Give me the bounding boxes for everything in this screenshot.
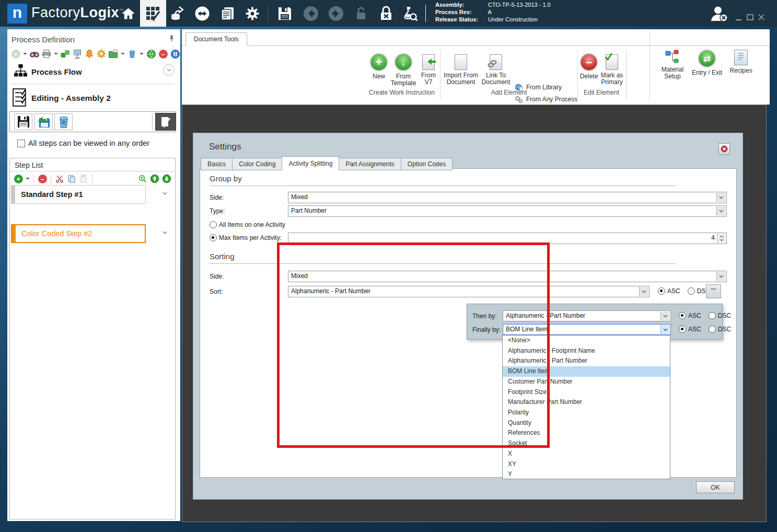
list-item[interactable]: Manufacturer Part Number [503, 397, 670, 408]
back-icon[interactable] [302, 5, 320, 22]
finally-by-select[interactable]: BOM Line Item [503, 324, 671, 335]
chevron-down-icon[interactable] [660, 311, 670, 320]
groupby-side-select[interactable]: Mixed [288, 192, 727, 203]
then-dsc-radio[interactable] [709, 312, 716, 319]
chevron-down-icon[interactable] [639, 287, 648, 296]
home-icon[interactable] [119, 5, 137, 22]
sort-dsc-radio[interactable] [688, 287, 695, 295]
settings-gear-icon[interactable] [243, 5, 261, 22]
trash-dropdown-icon[interactable] [140, 53, 144, 55]
chevron-down-icon[interactable] [660, 325, 670, 334]
groupby-type-select[interactable]: Part Number [288, 205, 727, 217]
list-item[interactable]: Customer Part Number [503, 377, 670, 387]
forward-icon[interactable] [327, 5, 345, 22]
list-item[interactable]: Alphanumeric - Part Number [503, 356, 670, 366]
find-binoculars-icon[interactable] [29, 49, 40, 59]
close-icon[interactable] [758, 14, 764, 20]
entry-exit-button[interactable]: ⇄ Entry / Exit [689, 50, 725, 76]
from-v7-button[interactable]: FromV7 [413, 53, 444, 86]
more-sort-options-button[interactable]: ... [706, 284, 721, 298]
list-item-selected[interactable]: BOM Line Item [503, 366, 670, 377]
then-asc-radio[interactable] [679, 312, 686, 319]
save-document-button[interactable] [14, 113, 32, 130]
copy-icon[interactable] [66, 174, 77, 184]
trash-icon[interactable] [127, 49, 137, 59]
globe-refresh-icon[interactable] [146, 49, 156, 59]
gear-icon[interactable] [96, 49, 107, 59]
tab-activity-splitting[interactable]: Activity Splitting [282, 156, 339, 170]
add-icon[interactable]: + [10, 49, 21, 59]
chevron-down-icon[interactable] [716, 272, 726, 281]
chevron-down-icon[interactable] [716, 206, 726, 216]
export-folder-icon[interactable] [108, 49, 119, 59]
move-down-icon[interactable] [161, 174, 172, 184]
list-item[interactable]: XY [503, 459, 670, 470]
bell-icon[interactable] [84, 49, 95, 59]
save-icon[interactable] [276, 5, 294, 22]
list-item[interactable]: Y [503, 469, 670, 479]
import-document-button[interactable] [34, 113, 53, 130]
step-item-color-coded[interactable]: Color Coded Step #2 [11, 224, 146, 243]
tab-basics[interactable]: Basics [201, 158, 233, 170]
user-icon[interactable] [711, 6, 728, 22]
add-circle-icon[interactable]: + [13, 174, 24, 184]
paste-icon[interactable] [78, 174, 89, 184]
minimize-icon[interactable] [736, 16, 742, 21]
unlock-icon[interactable] [352, 5, 370, 22]
remove-circle-icon[interactable]: – [37, 174, 48, 184]
list-item[interactable]: Quantity [503, 418, 670, 429]
import-database-icon[interactable] [168, 5, 186, 22]
dialog-close-button[interactable] [718, 143, 730, 155]
list-item[interactable]: References [503, 428, 670, 438]
swap-puzzle-icon[interactable] [60, 49, 71, 59]
sorting-sort-select[interactable]: Alphanumeric - Part Number [288, 286, 650, 297]
pin-icon[interactable] [168, 34, 175, 42]
process-flow-label[interactable]: Process Flow [31, 67, 82, 76]
tab-color-coding[interactable]: Color Coding [232, 158, 282, 170]
list-item[interactable]: Alphanumeric - Footprint Name [503, 346, 670, 356]
max-items-input[interactable]: 4 [288, 233, 727, 244]
presentation-icon[interactable] [72, 49, 83, 59]
documents-icon[interactable] [218, 5, 236, 22]
tab-document-tools[interactable]: Document Tools [185, 32, 247, 46]
list-item[interactable]: X [503, 449, 670, 459]
all-items-radio[interactable] [210, 221, 217, 228]
recipes-button[interactable]: Recipes [726, 50, 756, 74]
remove-circle-icon[interactable]: – [158, 49, 168, 59]
spinner-stepper[interactable] [717, 234, 726, 243]
maximize-icon[interactable] [747, 14, 753, 20]
tab-option-codes[interactable]: Option Codes [401, 158, 453, 170]
lock-icon[interactable] [377, 5, 395, 22]
chevron-down-icon[interactable] [716, 193, 726, 202]
work-instructions-tab-active[interactable] [140, 0, 166, 27]
pause-circle-icon[interactable] [170, 49, 180, 59]
import-from-document-button[interactable]: Import FromDocument [441, 53, 481, 86]
tab-part-assignments[interactable]: Part Assignments [339, 158, 401, 170]
discard-trash-button[interactable] [54, 113, 73, 130]
print-dropdown-icon[interactable] [54, 53, 58, 55]
move-up-icon[interactable] [149, 174, 160, 184]
edit-mode-button[interactable] [155, 113, 176, 131]
from-any-process-button[interactable]: From Any Process [515, 95, 577, 103]
list-item[interactable]: <None> [503, 336, 670, 346]
finally-asc-radio[interactable] [679, 326, 686, 333]
print-icon[interactable] [41, 49, 52, 59]
export-dropdown-icon[interactable] [121, 53, 125, 55]
mark-as-primary-button[interactable]: Mark asPrimary [597, 53, 627, 86]
list-item[interactable]: Footprint Size [503, 387, 670, 398]
sync-icon[interactable] [193, 5, 211, 22]
ok-button[interactable]: OK [696, 481, 735, 493]
cut-scissors-icon[interactable] [54, 174, 65, 184]
expand-down-icon[interactable] [163, 64, 175, 76]
add-step-dropdown-icon[interactable] [26, 178, 30, 180]
inspect-icon[interactable] [401, 5, 419, 22]
sorting-side-select[interactable]: Mixed [288, 271, 727, 282]
step-item-standard[interactable]: Standard Step #1 [11, 185, 146, 204]
sort-asc-radio[interactable] [658, 287, 665, 295]
material-setup-button[interactable]: MaterialSetup [657, 50, 688, 80]
list-item[interactable]: Socket [503, 438, 670, 449]
step-expand-icon[interactable] [163, 192, 170, 197]
link-to-document-button[interactable]: Link ToDocument [478, 53, 514, 86]
add-dropdown-icon[interactable] [23, 53, 27, 55]
any-order-checkbox[interactable] [17, 140, 25, 147]
